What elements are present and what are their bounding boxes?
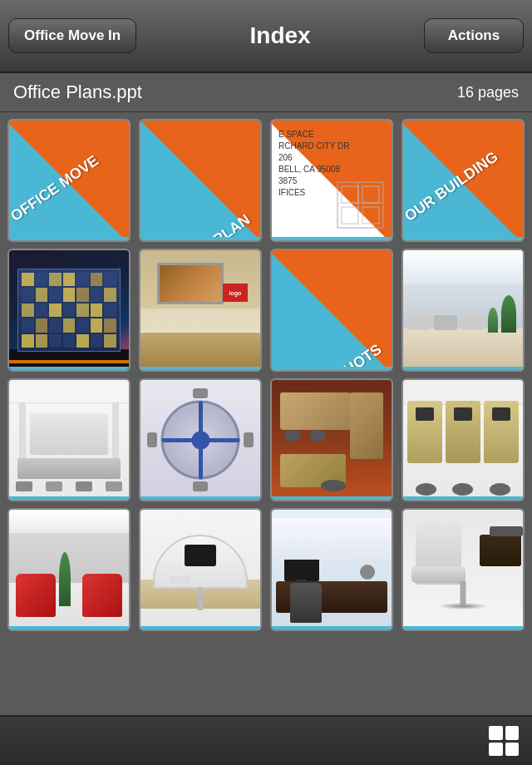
grid-row-3: [3, 378, 529, 501]
thumbnail-12[interactable]: [401, 378, 525, 501]
thumbnail-2[interactable]: FLOOR PLAN: [139, 119, 262, 242]
thumbnail-grid: OFFICE MOVE FLOOR PLAN E SPACE RCHARD CI…: [0, 112, 532, 715]
grid-row-4: [3, 508, 529, 631]
bottom-bar: [0, 715, 532, 765]
thumbnail-13[interactable]: [7, 508, 131, 631]
page-title: Index: [136, 22, 424, 49]
grid-cell-1: [489, 726, 503, 740]
thumbnail-7[interactable]: OFFICE SHOTS: [270, 249, 393, 372]
thumbnail-5[interactable]: [7, 249, 131, 372]
thumbnail-4[interactable]: OUR BUILDING: [401, 119, 525, 242]
thumbnail-8[interactable]: [401, 249, 525, 372]
grid-row-2: logo OFFICE SHOTS: [3, 249, 529, 372]
svg-rect-4: [362, 207, 379, 224]
header: Office Move In Index Actions: [0, 0, 532, 73]
thumbnail-3[interactable]: E SPACE RCHARD CITY DR 206 BELL, CA 9500…: [270, 119, 393, 242]
sub-header: Office Plans.ppt 16 pages: [0, 73, 532, 112]
grid-row-1: OFFICE MOVE FLOOR PLAN E SPACE RCHARD CI…: [3, 119, 529, 242]
thumbnail-16[interactable]: [401, 508, 525, 631]
grid-cell-4: [505, 743, 520, 757]
file-name: Office Plans.ppt: [13, 81, 142, 103]
svg-rect-2: [362, 186, 379, 203]
svg-rect-1: [342, 186, 358, 203]
thumbnail-10[interactable]: [139, 378, 262, 501]
grid-cell-3: [489, 743, 503, 757]
page-count: 16 pages: [457, 84, 519, 101]
actions-button[interactable]: Actions: [424, 18, 524, 53]
back-button[interactable]: Office Move In: [8, 18, 136, 53]
grid-cell-2: [505, 726, 520, 740]
grid-view-button[interactable]: [489, 726, 519, 756]
thumbnail-11[interactable]: [270, 378, 393, 501]
thumbnail-6[interactable]: logo: [139, 249, 262, 372]
svg-rect-0: [337, 182, 383, 228]
svg-rect-3: [342, 207, 358, 224]
thumbnail-14[interactable]: [139, 508, 262, 631]
thumbnail-15[interactable]: [270, 508, 393, 631]
thumbnail-9[interactable]: [7, 378, 131, 501]
thumbnail-1[interactable]: OFFICE MOVE: [7, 119, 131, 242]
